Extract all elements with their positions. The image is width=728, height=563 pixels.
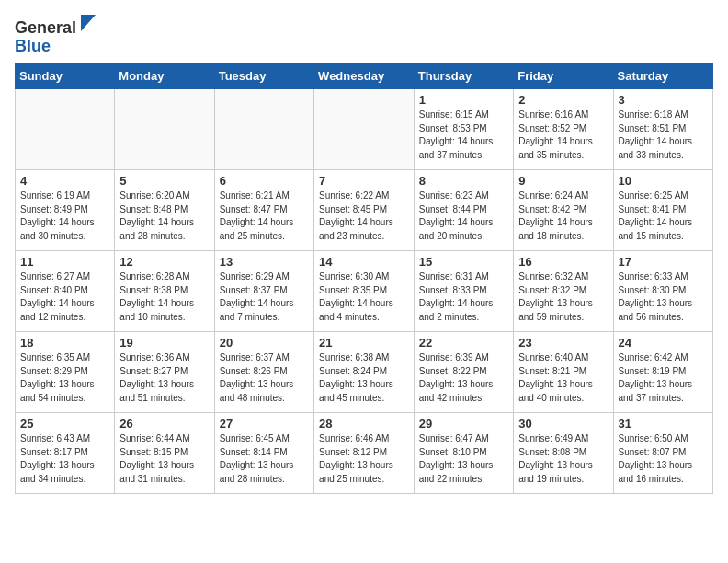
day-number: 30: [518, 417, 608, 431]
calendar-day-cell: 8Sunrise: 6:23 AM Sunset: 8:44 PM Daylig…: [414, 170, 513, 251]
day-info: Sunrise: 6:28 AM Sunset: 8:38 PM Dayligh…: [119, 270, 209, 324]
calendar-day-cell: 14Sunrise: 6:30 AM Sunset: 8:35 PM Dayli…: [314, 251, 415, 332]
calendar-weekday-header: Tuesday: [214, 63, 313, 89]
calendar-weekday-header: Saturday: [613, 63, 713, 89]
day-number: 18: [20, 336, 109, 350]
calendar-table: SundayMondayTuesdayWednesdayThursdayFrid…: [15, 63, 713, 494]
calendar-day-cell: 16Sunrise: 6:32 AM Sunset: 8:32 PM Dayli…: [514, 251, 613, 332]
day-info: Sunrise: 6:45 AM Sunset: 8:14 PM Dayligh…: [220, 432, 309, 486]
svg-text:General: General: [15, 18, 76, 37]
day-number: 22: [419, 336, 508, 350]
calendar-day-cell: 5Sunrise: 6:20 AM Sunset: 8:48 PM Daylig…: [115, 170, 214, 251]
calendar-day-cell: 7Sunrise: 6:22 AM Sunset: 8:45 PM Daylig…: [314, 170, 415, 251]
calendar-weekday-header: Thursday: [414, 63, 513, 89]
calendar-day-cell: [115, 89, 214, 170]
calendar-weekday-header: Sunday: [16, 63, 115, 89]
svg-marker-2: [81, 15, 96, 31]
day-info: Sunrise: 6:39 AM Sunset: 8:22 PM Dayligh…: [419, 351, 508, 405]
day-number: 27: [220, 417, 309, 431]
header: GeneralBlue: [15, 15, 713, 55]
calendar-day-cell: 25Sunrise: 6:43 AM Sunset: 8:17 PM Dayli…: [16, 413, 115, 494]
day-info: Sunrise: 6:36 AM Sunset: 8:27 PM Dayligh…: [119, 351, 209, 405]
day-info: Sunrise: 6:42 AM Sunset: 8:19 PM Dayligh…: [619, 351, 709, 405]
calendar-day-cell: 11Sunrise: 6:27 AM Sunset: 8:40 PM Dayli…: [16, 251, 115, 332]
calendar-weekday-header: Monday: [115, 63, 214, 89]
day-number: 19: [119, 336, 209, 350]
day-number: 21: [319, 336, 409, 350]
day-info: Sunrise: 6:25 AM Sunset: 8:41 PM Dayligh…: [619, 190, 709, 243]
day-info: Sunrise: 6:30 AM Sunset: 8:35 PM Dayligh…: [319, 270, 409, 324]
calendar-day-cell: 2Sunrise: 6:16 AM Sunset: 8:52 PM Daylig…: [514, 89, 613, 170]
day-info: Sunrise: 6:47 AM Sunset: 8:10 PM Dayligh…: [419, 432, 508, 486]
calendar-day-cell: 26Sunrise: 6:44 AM Sunset: 8:15 PM Dayli…: [115, 413, 214, 494]
calendar-day-cell: 1Sunrise: 6:15 AM Sunset: 8:53 PM Daylig…: [414, 89, 513, 170]
day-number: 11: [20, 255, 109, 269]
calendar-day-cell: 15Sunrise: 6:31 AM Sunset: 8:33 PM Dayli…: [414, 251, 513, 332]
calendar-day-cell: 10Sunrise: 6:25 AM Sunset: 8:41 PM Dayli…: [613, 170, 713, 251]
day-number: 17: [619, 255, 709, 269]
day-number: 10: [619, 174, 709, 188]
day-number: 25: [20, 417, 109, 431]
day-info: Sunrise: 6:29 AM Sunset: 8:37 PM Dayligh…: [220, 270, 309, 324]
calendar-day-cell: 9Sunrise: 6:24 AM Sunset: 8:42 PM Daylig…: [514, 170, 613, 251]
day-info: Sunrise: 6:22 AM Sunset: 8:45 PM Dayligh…: [319, 190, 409, 243]
calendar-day-cell: [314, 89, 415, 170]
day-info: Sunrise: 6:38 AM Sunset: 8:24 PM Dayligh…: [319, 351, 409, 405]
day-info: Sunrise: 6:49 AM Sunset: 8:08 PM Dayligh…: [518, 432, 608, 486]
day-info: Sunrise: 6:37 AM Sunset: 8:26 PM Dayligh…: [220, 351, 309, 405]
calendar-week-row: 25Sunrise: 6:43 AM Sunset: 8:17 PM Dayli…: [16, 413, 713, 494]
calendar-day-cell: 6Sunrise: 6:21 AM Sunset: 8:47 PM Daylig…: [214, 170, 313, 251]
calendar-day-cell: 27Sunrise: 6:45 AM Sunset: 8:14 PM Dayli…: [214, 413, 313, 494]
calendar-week-row: 1Sunrise: 6:15 AM Sunset: 8:53 PM Daylig…: [16, 89, 713, 170]
calendar-day-cell: 30Sunrise: 6:49 AM Sunset: 8:08 PM Dayli…: [514, 413, 613, 494]
day-number: 20: [220, 336, 309, 350]
day-info: Sunrise: 6:23 AM Sunset: 8:44 PM Dayligh…: [419, 190, 508, 243]
calendar-day-cell: 19Sunrise: 6:36 AM Sunset: 8:27 PM Dayli…: [115, 332, 214, 413]
logo-svg: GeneralBlue: [15, 15, 97, 55]
day-number: 12: [119, 255, 209, 269]
calendar-day-cell: 13Sunrise: 6:29 AM Sunset: 8:37 PM Dayli…: [214, 251, 313, 332]
calendar-day-cell: 4Sunrise: 6:19 AM Sunset: 8:49 PM Daylig…: [16, 170, 115, 251]
day-info: Sunrise: 6:44 AM Sunset: 8:15 PM Dayligh…: [119, 432, 209, 486]
day-info: Sunrise: 6:35 AM Sunset: 8:29 PM Dayligh…: [20, 351, 109, 405]
calendar-day-cell: 24Sunrise: 6:42 AM Sunset: 8:19 PM Dayli…: [613, 332, 713, 413]
calendar-day-cell: 28Sunrise: 6:46 AM Sunset: 8:12 PM Dayli…: [314, 413, 415, 494]
calendar-weekday-header: Friday: [514, 63, 613, 89]
day-info: Sunrise: 6:15 AM Sunset: 8:53 PM Dayligh…: [419, 109, 508, 162]
day-info: Sunrise: 6:21 AM Sunset: 8:47 PM Dayligh…: [220, 190, 309, 243]
day-info: Sunrise: 6:20 AM Sunset: 8:48 PM Dayligh…: [119, 190, 209, 243]
day-number: 13: [220, 255, 309, 269]
day-info: Sunrise: 6:19 AM Sunset: 8:49 PM Dayligh…: [20, 190, 109, 243]
day-number: 23: [518, 336, 608, 350]
calendar-day-cell: 17Sunrise: 6:33 AM Sunset: 8:30 PM Dayli…: [613, 251, 713, 332]
calendar-week-row: 4Sunrise: 6:19 AM Sunset: 8:49 PM Daylig…: [16, 170, 713, 251]
day-info: Sunrise: 6:43 AM Sunset: 8:17 PM Dayligh…: [20, 432, 109, 486]
calendar-day-cell: 20Sunrise: 6:37 AM Sunset: 8:26 PM Dayli…: [214, 332, 313, 413]
calendar-day-cell: 23Sunrise: 6:40 AM Sunset: 8:21 PM Dayli…: [514, 332, 613, 413]
day-number: 24: [619, 336, 709, 350]
day-number: 9: [518, 174, 608, 188]
calendar-weekday-header: Wednesday: [314, 63, 415, 89]
day-info: Sunrise: 6:40 AM Sunset: 8:21 PM Dayligh…: [518, 351, 608, 405]
day-number: 4: [20, 174, 109, 188]
day-number: 5: [119, 174, 209, 188]
day-number: 7: [319, 174, 409, 188]
day-number: 15: [419, 255, 508, 269]
day-info: Sunrise: 6:33 AM Sunset: 8:30 PM Dayligh…: [619, 270, 709, 324]
svg-text:Blue: Blue: [15, 37, 51, 55]
day-number: 16: [518, 255, 608, 269]
calendar-day-cell: 31Sunrise: 6:50 AM Sunset: 8:07 PM Dayli…: [613, 413, 713, 494]
day-number: 28: [319, 417, 409, 431]
calendar-day-cell: 3Sunrise: 6:18 AM Sunset: 8:51 PM Daylig…: [613, 89, 713, 170]
day-info: Sunrise: 6:50 AM Sunset: 8:07 PM Dayligh…: [619, 432, 709, 486]
calendar-week-row: 11Sunrise: 6:27 AM Sunset: 8:40 PM Dayli…: [16, 251, 713, 332]
day-number: 31: [619, 417, 709, 431]
calendar-day-cell: 21Sunrise: 6:38 AM Sunset: 8:24 PM Dayli…: [314, 332, 415, 413]
day-number: 3: [619, 93, 709, 107]
calendar-day-cell: 12Sunrise: 6:28 AM Sunset: 8:38 PM Dayli…: [115, 251, 214, 332]
day-info: Sunrise: 6:18 AM Sunset: 8:51 PM Dayligh…: [619, 109, 709, 162]
calendar-day-cell: [214, 89, 313, 170]
day-number: 1: [419, 93, 508, 107]
calendar-header-row: SundayMondayTuesdayWednesdayThursdayFrid…: [16, 63, 713, 89]
calendar-day-cell: 22Sunrise: 6:39 AM Sunset: 8:22 PM Dayli…: [414, 332, 513, 413]
